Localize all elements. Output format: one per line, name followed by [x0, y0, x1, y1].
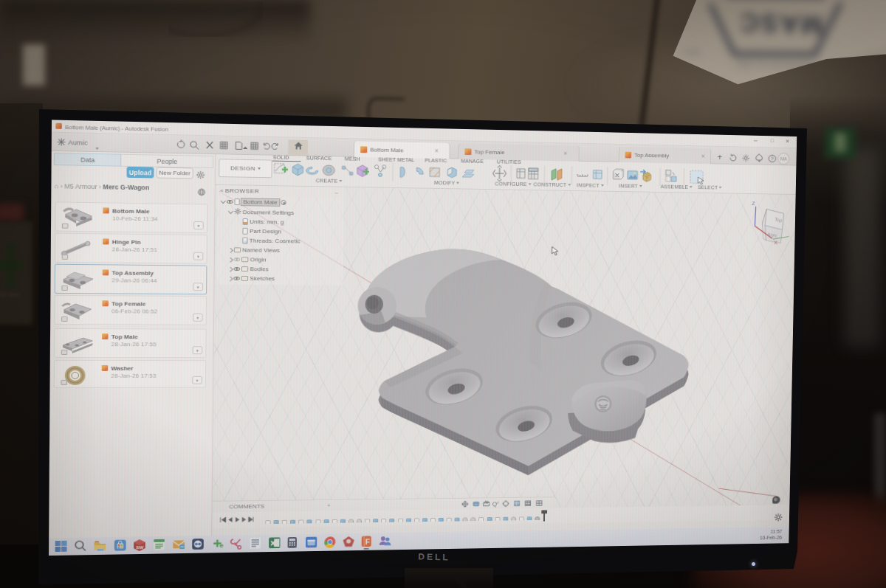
- svg-text:X: X: [774, 240, 778, 246]
- svg-text:MASC: MASC: [683, 49, 701, 56]
- svg-text:F: F: [365, 539, 370, 546]
- svg-text:SW: SW: [136, 544, 143, 550]
- svg-text:e: e: [219, 542, 223, 549]
- svg-text:MASC: MASC: [738, 8, 823, 40]
- svg-text:2: 2: [497, 501, 500, 505]
- svg-text:?: ?: [771, 156, 775, 162]
- svg-text:Z: Z: [752, 201, 755, 207]
